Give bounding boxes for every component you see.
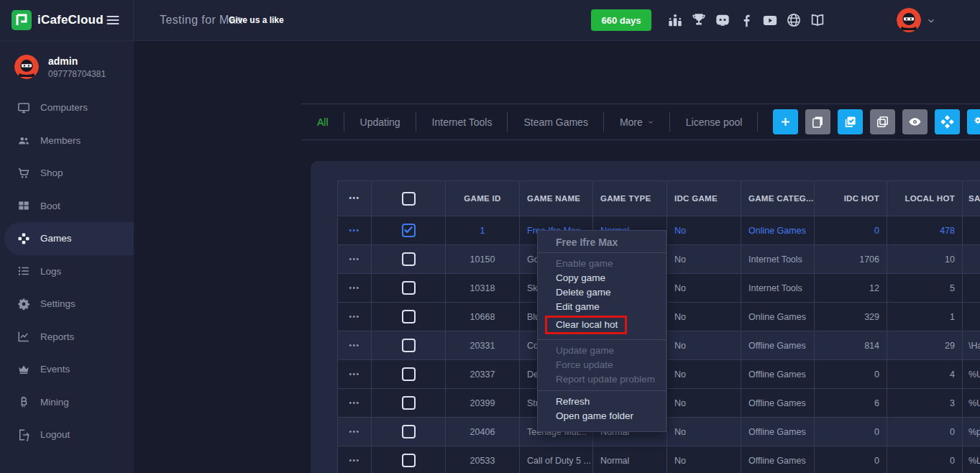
column-header-idc-game[interactable]: IDC GAME [667, 181, 741, 216]
game-category-cell: Offline Games [741, 389, 815, 417]
row-actions-button[interactable]: ••• [349, 400, 360, 407]
local-hot-cell: 10 [887, 245, 963, 273]
row-checkbox[interactable] [402, 224, 416, 237]
chevron-down-icon [647, 119, 654, 126]
tab-label: Steam Games [523, 105, 587, 139]
sidebar-item-computers[interactable]: Computers [0, 91, 134, 124]
row-checkbox[interactable] [402, 425, 416, 438]
game-category-cell: Online Games [741, 303, 815, 331]
give-us-a-like-link[interactable]: Give us a like [229, 0, 284, 40]
row-checkbox[interactable] [402, 339, 416, 352]
globe-icon[interactable] [786, 12, 802, 28]
menu-item-delete-game[interactable]: Delete game [538, 285, 666, 300]
categories-button[interactable] [935, 109, 960, 134]
sidebar-item-games[interactable]: Games [4, 222, 134, 255]
eye-icon [908, 115, 922, 129]
idc-game-cell: No [667, 418, 741, 446]
sidebar-avatar [14, 55, 39, 79]
facebook-icon[interactable] [738, 12, 754, 28]
game-id-cell: 10150 [446, 245, 520, 273]
youtube-icon[interactable] [762, 12, 778, 28]
book-icon[interactable] [810, 12, 825, 28]
row-actions-button[interactable]: ••• [349, 256, 360, 263]
row-checkbox[interactable] [402, 281, 416, 295]
select-all-checkbox[interactable] [402, 192, 416, 206]
menu-item-open-game-folder[interactable]: Open game folder [538, 409, 666, 423]
column-header-game-categ[interactable]: GAME CATEG... [741, 181, 815, 216]
row-actions-button[interactable]: ••• [349, 371, 360, 378]
game-settings-button[interactable] [967, 109, 980, 134]
table-row[interactable]: •••20533Call of Duty 5 ...NormalNoOfflin… [338, 446, 980, 473]
column-header-game-type[interactable]: GAME TYPE [593, 181, 667, 216]
menu-item-clear-local-hot[interactable]: Clear local hot [545, 316, 666, 334]
tab-steam-games[interactable]: Steam Games [508, 104, 603, 139]
user-phone: 097778704381 [48, 69, 106, 79]
row-actions-button[interactable]: ••• [349, 285, 360, 292]
ranking-icon[interactable] [667, 12, 683, 28]
idc-hot-cell: 6 [815, 389, 887, 417]
hamburger-menu-icon[interactable] [105, 13, 121, 27]
column-header-game-name[interactable]: GAME NAME [520, 181, 593, 216]
idc-hot-cell: 12 [815, 274, 887, 302]
games-icon [17, 232, 30, 245]
idc-game-cell: No [667, 245, 741, 273]
discord-icon[interactable] [715, 12, 731, 28]
row-checkbox[interactable] [402, 454, 416, 467]
menu-item-refresh[interactable]: Refresh [538, 395, 666, 409]
duplicate-button[interactable] [870, 109, 895, 134]
row-checkbox[interactable] [402, 252, 416, 266]
idc-hot-cell: 0 [815, 446, 887, 473]
sidebar-item-boot[interactable]: Boot [0, 190, 134, 223]
row-checkbox[interactable] [402, 396, 416, 410]
row-actions-cell: ••• [338, 360, 372, 388]
column-header-local-hot[interactable]: LOCAL HOT [887, 181, 963, 216]
row-actions-button[interactable]: ••• [349, 313, 360, 321]
copy-button[interactable] [805, 109, 830, 134]
sidebar-item-members[interactable]: Members [0, 124, 134, 157]
row-actions-button[interactable]: ••• [349, 428, 360, 436]
windows-icon [17, 199, 30, 212]
chevron-down-icon[interactable] [926, 16, 936, 26]
column-header-idc-hot[interactable]: IDC HOT [815, 181, 887, 216]
sidebar-item-label: Logs [40, 266, 61, 277]
menu-item-force-update: Force update [538, 358, 666, 372]
sidebar-item-shop[interactable]: Shop [0, 157, 134, 190]
sidebar-item-logout[interactable]: Logout [0, 418, 134, 451]
user-avatar[interactable] [897, 8, 921, 32]
trophy-icon[interactable] [691, 12, 707, 28]
tab-updating[interactable]: Updating [344, 104, 416, 139]
tab-label: Updating [360, 105, 400, 139]
sidebar-item-logs[interactable]: Logs [0, 255, 134, 288]
context-menu-title: Free Ifre Max [538, 234, 666, 252]
select-games-button[interactable] [838, 109, 863, 134]
row-checkbox[interactable] [402, 367, 416, 381]
row-actions-button[interactable]: ••• [349, 227, 360, 234]
row-select-cell [372, 245, 446, 273]
tab-more[interactable]: More [604, 104, 670, 139]
tab-all[interactable]: All [301, 104, 344, 139]
column-header-game-id[interactable]: GAME ID [446, 181, 520, 216]
sidebar-item-reports[interactable]: Reports [0, 321, 134, 354]
row-actions-button[interactable]: ••• [349, 457, 360, 464]
row-actions-button[interactable]: ••• [349, 342, 360, 349]
tab-internet-tools[interactable]: Internet Tools [416, 104, 508, 139]
sidebar-item-events[interactable]: Events [0, 353, 134, 386]
visibility-button[interactable] [902, 109, 928, 134]
local-hot-cell: 29 [887, 331, 963, 359]
column-header-save-data[interactable]: SAVE DATA [963, 181, 980, 216]
row-checkbox[interactable] [402, 310, 416, 323]
sidebar-item-settings[interactable]: Settings [0, 288, 134, 321]
select-all-cell [372, 181, 446, 216]
row-select-cell [372, 446, 446, 473]
tab-license-pool[interactable]: License pool [670, 104, 759, 139]
chart-icon [17, 330, 30, 343]
sidebar-item-mining[interactable]: Mining [0, 386, 134, 419]
menu-item-copy-game[interactable]: Copy game [538, 271, 666, 285]
sidebar-item-label: Settings [40, 298, 75, 309]
save-data-cell: %LOCALAPPDA... [963, 446, 980, 473]
add-game-button[interactable] [773, 109, 798, 134]
menu-item-edit-game[interactable]: Edit game [538, 300, 666, 314]
gears-icon [973, 115, 980, 129]
game-category-cell: Online Games [741, 216, 815, 244]
subscription-days-button[interactable]: 660 days [591, 9, 651, 31]
